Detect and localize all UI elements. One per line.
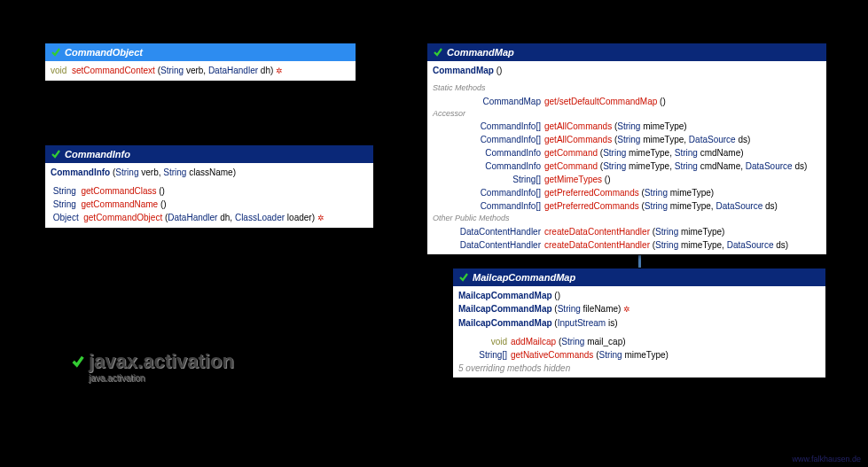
method-row: Object getCommandObject (DataHandler dh,… xyxy=(51,211,368,225)
method-row: String getCommandClass () xyxy=(51,184,368,198)
method-row: CommandInfo[]getAllCommands (String mime… xyxy=(433,133,821,146)
method-row: CommandInfogetCommand (String mimeType, … xyxy=(433,160,821,173)
method-row: DataContentHandlercreateDataContentHandl… xyxy=(433,238,821,252)
constructor-row: MailcapCommandMap (InputStream is) xyxy=(458,316,820,330)
class-box-commandobject: CommandObject void setCommandContext (St… xyxy=(44,43,356,82)
class-box-commandinfo: CommandInfo CommandInfo (String verb, St… xyxy=(44,144,374,229)
box-body: CommandMap () Static Methods CommandMapg… xyxy=(427,61,826,254)
method-row: CommandInfo[]getAllCommands (String mime… xyxy=(433,120,821,133)
package-title: javax.activation xyxy=(89,350,234,373)
method-row: String getCommandName () xyxy=(51,198,368,211)
box-header: CommandMap xyxy=(427,43,826,61)
check-icon xyxy=(51,47,61,58)
constructor-row: MailcapCommandMap () xyxy=(458,289,820,302)
method-row: DataContentHandlercreateDataContentHandl… xyxy=(433,225,821,238)
box-header: CommandObject xyxy=(45,43,356,61)
constructor-row: CommandInfo (String verb, String classNa… xyxy=(51,166,368,179)
class-title: CommandInfo xyxy=(65,149,130,160)
class-title: MailcapCommandMap xyxy=(473,272,575,283)
box-body: CommandInfo (String verb, String classNa… xyxy=(45,163,373,228)
class-title: CommandMap xyxy=(447,47,514,58)
method-row: CommandInfo[]getPreferredCommands (Strin… xyxy=(433,186,821,199)
credit-link[interactable]: www.falkhausen.de xyxy=(792,455,861,463)
section-label: Other Public Methods xyxy=(433,213,821,225)
box-header: CommandInfo xyxy=(45,145,373,163)
method-row: String[]getNativeCommands (String mimeTy… xyxy=(458,348,820,362)
package-title-block: javax.activation java.activation xyxy=(71,350,234,383)
method-row: void setCommandContext (String verb, Dat… xyxy=(51,64,350,78)
method-row: voidaddMailcap (String mail_cap) xyxy=(458,335,820,348)
hidden-methods-note: 5 overriding methods hidden xyxy=(458,362,820,375)
check-icon xyxy=(458,272,469,283)
box-header: MailcapCommandMap xyxy=(453,269,825,286)
check-icon xyxy=(51,149,61,160)
constructor-row: CommandMap () xyxy=(433,64,821,77)
method-row: String[]getMimeTypes () xyxy=(433,173,821,186)
box-body: MailcapCommandMap () MailcapCommandMap (… xyxy=(453,286,825,377)
section-label: Static Methods xyxy=(433,82,821,95)
method-row: CommandInfo[]getPreferredCommands (Strin… xyxy=(433,199,821,213)
check-icon xyxy=(71,354,85,369)
constructor-row: MailcapCommandMap (String fileName) ✲ xyxy=(458,302,820,316)
package-subtitle: java.activation xyxy=(89,373,234,383)
method-row: CommandInfogetCommand (String mimeType, … xyxy=(433,146,821,160)
check-icon xyxy=(433,47,443,58)
box-body: void setCommandContext (String verb, Dat… xyxy=(45,61,356,81)
class-title: CommandObject xyxy=(65,47,143,58)
class-box-mailcapcommandmap: MailcapCommandMap MailcapCommandMap () M… xyxy=(452,268,826,378)
class-box-commandmap: CommandMap CommandMap () Static Methods … xyxy=(426,43,827,255)
method-row: CommandMapget/setDefaultCommandMap () xyxy=(433,95,821,108)
section-label: Accessor xyxy=(433,108,821,121)
